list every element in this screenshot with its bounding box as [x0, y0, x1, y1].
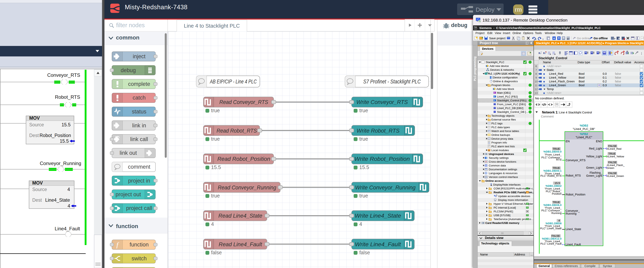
svg-text:Device configuration: Device configuration	[493, 76, 518, 79]
svg-text:?: ?	[496, 195, 497, 197]
svg-text:4: 4	[211, 221, 214, 227]
svg-text:Flashing_: Flashing_	[590, 171, 602, 174]
svg-text:link out: link out	[120, 150, 137, 156]
svg-text:PLCSIM [PN/IE]: PLCSIM [PN/IE]	[494, 210, 513, 213]
svg-text:USB [S7USB]: USB [S7USB]	[494, 214, 510, 217]
svg-text:#Line4_Flash_: #Line4_Flash_	[607, 164, 625, 167]
svg-text:link in: link in	[132, 123, 146, 129]
svg-text:AB EIP/CIP - Line 4 PLC: AB EIP/CIP - Line 4 PLC	[210, 78, 257, 85]
svg-text:Go offline: Go offline	[594, 36, 608, 40]
svg-text:Update accessible devices: Update accessible devices	[498, 195, 530, 198]
svg-text:Line 4 Stacklight Control: Line 4 Stacklight Control	[559, 111, 592, 114]
svg-text:%DB1.DBD2: %DB1.DBD2	[546, 184, 562, 187]
svg-text:PLC".Robot_RTS: PLC".Robot_RTS	[540, 174, 562, 177]
svg-text:PLC tags: PLC tags	[491, 122, 503, 125]
svg-text:Write Robot_RTS: Write Robot_RTS	[357, 128, 400, 134]
svg-text:TRUE: TRUE	[608, 152, 616, 155]
svg-text:Bool: Bool	[579, 72, 584, 75]
svg-text:Line4_PLC [FB2]: Line4_PLC [FB2]	[497, 95, 518, 98]
svg-text:%DB1.DBX6.0: %DB1.DBX6.0	[544, 204, 562, 207]
svg-text:x: x	[618, 51, 618, 53]
svg-text:false: false	[211, 250, 222, 255]
svg-text:true: true	[359, 193, 368, 199]
svg-text:Stacklight_Control_DB [...: Stacklight_Control_DB [...	[497, 110, 528, 113]
svg-text:false: false	[615, 76, 621, 79]
svg-text:0.0: 0.0	[603, 72, 607, 75]
svg-text:debug: debug	[120, 67, 136, 73]
svg-text:0.3: 0.3	[603, 84, 607, 87]
svg-text:#Line4_Red: #Line4_Red	[607, 147, 622, 150]
svg-text:Temp: Temp	[546, 87, 554, 91]
svg-text:10: 10	[488, 141, 490, 143]
svg-text:Languages & resources: Languages & resources	[489, 172, 518, 175]
svg-text:Technology objects: Technology objects	[491, 114, 514, 117]
svg-text:Line4_PLC_DB [DB2]: Line4_PLC_DB [DB2]	[497, 107, 524, 110]
svg-text:Dest: Dest	[32, 198, 42, 203]
svg-text:catch: catch	[133, 95, 146, 101]
svg-text:±: ±	[542, 38, 544, 40]
svg-text:Robot_RTS: Robot_RTS	[566, 174, 581, 177]
svg-text:Running: Running	[566, 212, 576, 215]
svg-text:Card Reader/USB memory: Card Reader/USB memory	[485, 222, 520, 225]
svg-text:Version control interface: Version control interface	[489, 176, 518, 179]
svg-text:%FB2: %FB2	[580, 132, 588, 136]
svg-text:MOV: MOV	[29, 115, 40, 121]
svg-text:Red_Light: Red_Light	[589, 147, 602, 150]
svg-text:Bool: Bool	[579, 76, 584, 79]
svg-text:Write Line4_Fault: Write Line4_Fault	[355, 241, 401, 248]
svg-text:Write Conveyor_Running: Write Conveyor_Running	[355, 184, 416, 191]
svg-text:K˗: K˗	[538, 52, 541, 55]
svg-text:Line4_Flash_Green: Line4_Flash_Green	[549, 80, 575, 83]
svg-text:Source: Source	[32, 187, 47, 192]
svg-text:4: 4	[558, 219, 560, 222]
svg-text:TRUE: TRUE	[552, 166, 560, 169]
svg-text:15.5: 15.5	[60, 138, 69, 144]
svg-text:#Line4_Green: #Line4_Green	[607, 175, 624, 178]
svg-text:Bool: Bool	[579, 84, 584, 87]
svg-text:function: function	[116, 223, 138, 229]
svg-text:0.1: 0.1	[603, 76, 607, 79]
svg-text:RT: RT	[567, 38, 570, 40]
svg-text:13: 13	[534, 91, 538, 94]
svg-text:<Add new>: <Add new>	[546, 64, 561, 68]
svg-text:Stacklight_Control: Stacklight_Control	[538, 56, 567, 60]
svg-text:7: 7	[535, 68, 537, 71]
svg-text:Conveyor_RTS: Conveyor_RTS	[566, 159, 586, 162]
svg-text:Ungrouped devices: Ungrouped devices	[489, 153, 514, 156]
svg-text:11: 11	[535, 84, 538, 87]
svg-text:Read Robot_Position: Read Robot_Position	[217, 156, 270, 162]
svg-text:%DB2: %DB2	[580, 124, 588, 127]
svg-text:true: true	[211, 108, 220, 113]
svg-text:8: 8	[535, 72, 537, 75]
svg-text:inject: inject	[133, 53, 146, 59]
svg-text:Display/hide interfaces: Display/hide interfaces	[493, 183, 520, 186]
svg-text:Network 1:: Network 1:	[542, 111, 558, 114]
svg-text:Robot_RTS: Robot_RTS	[55, 94, 80, 100]
svg-text:%DB1.DBX0.1: %DB1.DBX0.1	[544, 169, 562, 172]
svg-text:Position: Position	[552, 192, 562, 195]
svg-text:Comment: Comment	[541, 115, 554, 118]
svg-text:Online & diagnostics: Online & diagnostics	[493, 80, 518, 83]
svg-text:PLC alarm text lists: PLC alarm text lists	[491, 145, 515, 148]
svg-text:±: ±	[535, 38, 536, 40]
svg-text:Conveyor_RTS: Conveyor_RTS	[47, 72, 80, 78]
svg-text:PLC".Line4_State: PLC".Line4_State	[540, 227, 562, 230]
svg-text:Stacklight_PLC ▸ PLC_1 [CPU: Stacklight_PLC ▸ PLC_1 [CPU 1212C AC/DC/…	[536, 41, 644, 45]
svg-text:K˗: K˗	[543, 52, 546, 55]
svg-text:Accessible: Accessible	[634, 61, 644, 64]
svg-text:Security settings: Security settings	[489, 156, 509, 159]
svg-text:PC internal [Local]: PC internal [Local]	[494, 206, 516, 209]
svg-text:No condition defined.: No condition defined.	[535, 96, 564, 100]
svg-text:Read Line4_State: Read Line4_State	[218, 213, 262, 219]
svg-text:Go online: Go online	[577, 36, 590, 40]
svg-text:Static: Static	[546, 68, 554, 71]
svg-text:switch: switch	[132, 256, 146, 262]
svg-text:Data type: Data type	[578, 61, 590, 64]
svg-text:PLC".Line4_Fault: PLC".Line4_Fault	[540, 242, 562, 245]
svg-text:Online access: Online access	[485, 179, 504, 182]
svg-text:Display more information: Display more information	[498, 199, 528, 202]
svg-text:Common data: Common data	[489, 164, 506, 167]
svg-text:Default value: Default value	[614, 61, 631, 64]
svg-text:4: 4	[359, 221, 362, 227]
svg-text:true: true	[359, 136, 368, 142]
